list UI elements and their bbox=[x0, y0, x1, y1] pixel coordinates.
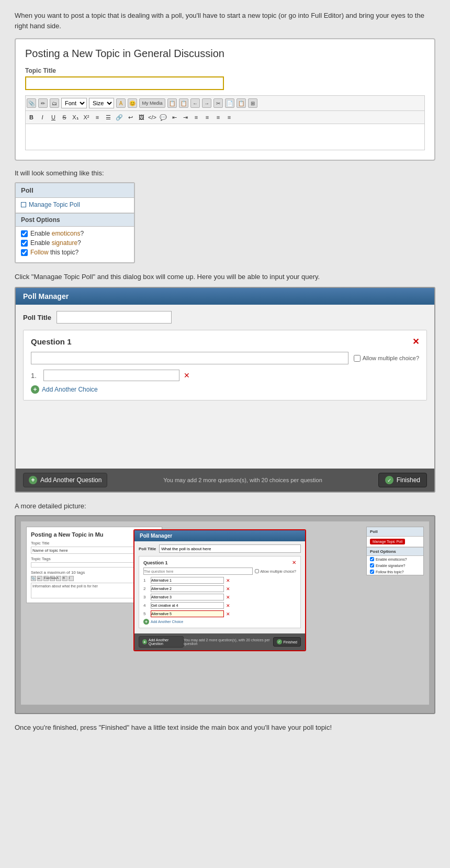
quote-btn[interactable]: 💬 bbox=[159, 113, 168, 122]
copy-icon[interactable]: 📄 bbox=[225, 98, 234, 108]
choice-del-mini-3[interactable]: ✕ bbox=[226, 595, 230, 600]
choice-del-mini-5[interactable]: ✕ bbox=[226, 611, 230, 617]
finished-icon: ✓ bbox=[385, 476, 393, 484]
align-l-btn[interactable]: ≡ bbox=[192, 113, 201, 122]
align-r-btn[interactable]: ≡ bbox=[213, 113, 223, 122]
choice-input-mini-3[interactable] bbox=[151, 594, 224, 600]
choice-del-mini-2[interactable]: ✕ bbox=[226, 586, 230, 592]
size-select[interactable]: Size bbox=[89, 98, 114, 108]
font-select[interactable]: Font bbox=[61, 98, 87, 108]
indent-l-btn[interactable]: ⇤ bbox=[170, 113, 179, 122]
choice-input-1[interactable] bbox=[43, 370, 179, 381]
paste-icon[interactable]: 📋 bbox=[167, 98, 177, 108]
redo-icon[interactable]: → bbox=[202, 98, 211, 108]
forum-title: Posting a New Topic in General Discussio… bbox=[25, 48, 425, 60]
footer-info-text: You may add 2 more question(s), with 20 … bbox=[163, 477, 322, 483]
indent-r-btn[interactable]: ⇥ bbox=[181, 113, 190, 122]
choice-input-mini-4[interactable] bbox=[151, 602, 224, 609]
signature-checkbox[interactable] bbox=[21, 240, 28, 247]
underline-btn[interactable]: U bbox=[49, 113, 58, 122]
img-btn[interactable]: 🖼 bbox=[137, 113, 146, 122]
choice-num-mini-1: 1 bbox=[143, 578, 149, 583]
poll-manager-body: Poll Title Question 1 ✕ Allow multiple c… bbox=[16, 305, 434, 469]
rps-follow-checkbox[interactable] bbox=[370, 570, 374, 574]
question-close-btn[interactable]: ✕ bbox=[412, 337, 419, 347]
add-choice-label: Add Another Choice bbox=[42, 386, 98, 393]
editor-area[interactable] bbox=[25, 124, 425, 150]
clear-icon[interactable]: ✏ bbox=[38, 98, 48, 108]
code-btn[interactable]: </> bbox=[148, 113, 157, 122]
finished-label: Finished bbox=[397, 476, 420, 484]
unlink-btn[interactable]: ↩ bbox=[126, 113, 135, 122]
bold-btn[interactable]: B bbox=[27, 113, 36, 122]
paste3-icon[interactable]: 📋 bbox=[237, 98, 246, 108]
question-text-input[interactable] bbox=[31, 352, 348, 364]
follow-checkbox[interactable] bbox=[21, 249, 28, 256]
ol-btn[interactable]: ≡ bbox=[93, 113, 102, 122]
align-c-btn[interactable]: ≡ bbox=[203, 113, 212, 122]
mymedia-icon[interactable]: My Media bbox=[139, 98, 165, 108]
pm-question-mini: Question 1 ✕ Allow multiple choice? 1 ✕ bbox=[139, 556, 301, 628]
follow-label: Follow this topic? bbox=[30, 249, 78, 256]
mini-tb-4: Size bbox=[50, 576, 55, 581]
add-question-btn[interactable]: + Add Another Question bbox=[23, 473, 107, 487]
choice-input-mini-5[interactable] bbox=[151, 610, 224, 617]
sup-btn[interactable]: X² bbox=[82, 113, 91, 122]
attach-icon[interactable]: 📎 bbox=[27, 98, 36, 108]
add-question-icon: + bbox=[29, 476, 37, 484]
choice-input-mini-2[interactable] bbox=[151, 585, 224, 592]
poll-title-label: Poll Title bbox=[23, 314, 51, 321]
choice-mini-3: 3 ✕ bbox=[143, 594, 296, 600]
pm-finished-label-mini: Finished bbox=[284, 640, 297, 644]
allow-multiple-row: Allow multiple choice? bbox=[354, 355, 419, 362]
sub-btn[interactable]: X₁ bbox=[71, 113, 80, 122]
emoticons-checkbox[interactable] bbox=[21, 230, 28, 237]
rps-manage-btn[interactable]: Manage Topic Poll bbox=[370, 539, 405, 544]
rps-emoticons-checkbox[interactable] bbox=[370, 557, 374, 561]
ul-btn[interactable]: ☰ bbox=[104, 113, 113, 122]
pm-add-q-btn-mini[interactable]: + Add Another Question bbox=[139, 636, 184, 648]
special-icon[interactable]: ⊞ bbox=[248, 98, 257, 108]
option-follow: Follow this topic? bbox=[21, 249, 129, 256]
rps-options-header: Post Options bbox=[367, 547, 423, 556]
pm-q-close-mini[interactable]: ✕ bbox=[292, 560, 296, 565]
pm-add-icon-mini: + bbox=[143, 619, 149, 625]
question-box: Question 1 ✕ Allow multiple choice? 1. ✕… bbox=[23, 330, 427, 400]
manage-topic-poll-link[interactable]: Manage Topic Poll bbox=[29, 201, 80, 208]
poll-header: Poll bbox=[16, 183, 134, 198]
emoticons-label: Enable emoticons? bbox=[30, 230, 84, 237]
topic-title-label: Topic Title bbox=[25, 67, 425, 74]
emoji-icon[interactable]: 😊 bbox=[128, 98, 137, 108]
choice-del-mini-4[interactable]: ✕ bbox=[226, 603, 230, 608]
pm-title-input-mini[interactable] bbox=[159, 544, 301, 553]
choice-num-mini-5: 5 bbox=[143, 611, 149, 616]
source-icon[interactable]: 🗂 bbox=[50, 98, 59, 108]
italic-btn[interactable]: I bbox=[38, 113, 47, 122]
choice-del-mini-1[interactable]: ✕ bbox=[226, 578, 230, 583]
cut-icon[interactable]: ✂ bbox=[213, 98, 223, 108]
manage-link-icon bbox=[21, 202, 26, 207]
justify-btn[interactable]: ≡ bbox=[224, 113, 234, 122]
choice-mini-5: 5 ✕ bbox=[143, 610, 296, 617]
pm-finished-btn-mini[interactable]: ✓ Finished bbox=[273, 637, 301, 647]
choice-delete-1[interactable]: ✕ bbox=[184, 371, 190, 380]
pm-allow-label-mini: Allow multiple choice? bbox=[260, 570, 296, 573]
mini-tb-3: Font bbox=[43, 576, 49, 581]
pm-add-choice-mini[interactable]: + Add Another Choice bbox=[143, 619, 296, 625]
pm-body-mini: Poll Title Question 1 ✕ Allow multiple c… bbox=[134, 541, 305, 633]
rps-signature-label: Enable signature? bbox=[376, 564, 405, 567]
topic-title-input[interactable] bbox=[25, 76, 224, 90]
rps-signature-checkbox[interactable] bbox=[370, 563, 374, 567]
finished-btn[interactable]: ✓ Finished bbox=[378, 473, 427, 487]
add-choice-btn[interactable]: + Add Another Choice bbox=[31, 385, 419, 394]
strike-btn[interactable]: S bbox=[60, 113, 69, 122]
undo-icon[interactable]: ← bbox=[190, 98, 200, 108]
pm-allow-checkbox-mini[interactable] bbox=[255, 569, 259, 573]
choice-input-mini-1[interactable] bbox=[151, 577, 224, 584]
paste2-icon[interactable]: 📋 bbox=[179, 98, 188, 108]
allow-multiple-checkbox[interactable] bbox=[354, 355, 361, 362]
color-icon[interactable]: A bbox=[116, 98, 126, 108]
link-btn[interactable]: 🔗 bbox=[115, 113, 124, 122]
poll-title-input[interactable] bbox=[57, 311, 172, 324]
pm-q-input-mini[interactable] bbox=[143, 567, 253, 575]
